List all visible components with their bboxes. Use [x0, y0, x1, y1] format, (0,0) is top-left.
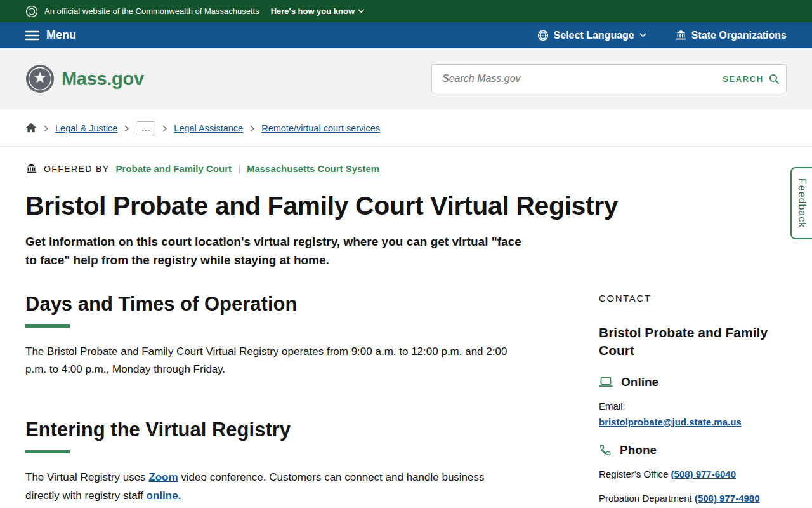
online-link[interactable]: online.	[147, 490, 181, 502]
breadcrumb-home-link[interactable]	[25, 123, 37, 135]
offered-by-links: Probate and Family Court | Massachusetts…	[115, 163, 379, 174]
search-icon	[769, 74, 780, 84]
heres-how-you-know-label: Here's how you know	[271, 6, 355, 16]
contact-court-name: Bristol Probate and Family Court	[599, 324, 787, 360]
email-link[interactable]: bristolprobate@jud.state.ma.us	[599, 417, 742, 427]
bank-building-icon	[25, 163, 37, 174]
content-area: Days and Times of Operation The Bristol …	[0, 270, 812, 506]
breadcrumb-ellipsis-button[interactable]: …	[136, 121, 155, 135]
chevron-down-icon	[639, 33, 646, 37]
contact-online-heading-row: Online	[599, 375, 787, 389]
chevron-down-icon	[358, 9, 365, 13]
home-icon	[25, 123, 37, 133]
offered-by-probate-family-court-link[interactable]: Probate and Family Court	[115, 163, 232, 174]
official-banner-text: An official website of the Commonwealth …	[44, 6, 259, 16]
phone-number-link[interactable]: (508) 977-4980	[695, 493, 760, 504]
phone-label: Probation Department	[599, 493, 692, 504]
offered-by: OFFERED BY Probate and Family Court | Ma…	[25, 163, 787, 174]
email-label: Email:	[599, 401, 787, 411]
zoom-link[interactable]: Zoom	[148, 471, 178, 483]
contact-divider	[599, 311, 787, 311]
chevron-right-icon	[250, 125, 254, 132]
main-content: Days and Times of Operation The Bristol …	[25, 286, 566, 505]
state-organizations-label: State Organizations	[691, 30, 787, 41]
heading-accent-bar	[25, 450, 70, 453]
breadcrumb-remote-virtual-court-services[interactable]: Remote/virtual court services	[261, 123, 380, 133]
government-building-icon	[676, 30, 686, 41]
phone-number-link[interactable]: (508) 977-6040	[671, 469, 736, 479]
page-title: Bristol Probate and Family Court Virtual…	[25, 191, 787, 221]
navbar-utilities: Select Language State Organizations	[537, 30, 787, 41]
search-input[interactable]	[432, 65, 716, 93]
laptop-icon	[599, 377, 613, 388]
offered-by-separator: |	[238, 163, 240, 174]
contact-phone-heading-row: Phone	[599, 443, 787, 457]
globe-icon	[537, 30, 549, 41]
offered-by-ma-court-system-link[interactable]: Massachusetts Court System	[247, 163, 379, 174]
state-organizations-link[interactable]: State Organizations	[676, 30, 787, 41]
chevron-right-icon	[124, 125, 129, 132]
phone-row-probation-department: Probation Department (508) 977-4980	[599, 491, 787, 506]
select-language-button[interactable]: Select Language	[537, 30, 646, 41]
official-banner: An official website of the Commonwealth …	[0, 0, 812, 22]
phone-icon	[599, 444, 612, 457]
entering-text-before: The Virtual Registry uses	[25, 471, 148, 483]
chevron-right-icon	[162, 125, 167, 132]
site-header: Mass.gov SEARCH	[0, 48, 812, 109]
main-navbar: Menu Select Language State Organizations	[0, 22, 812, 48]
state-seal-icon	[25, 5, 38, 18]
page-lede: Get information on this court location's…	[25, 232, 533, 270]
breadcrumb-legal-justice[interactable]: Legal & Justice	[55, 123, 117, 133]
massgov-seal-icon	[25, 64, 55, 93]
menu-label: Menu	[46, 29, 76, 42]
search-button-label: SEARCH	[723, 74, 764, 84]
select-language-label: Select Language	[554, 30, 634, 41]
search-button[interactable]: SEARCH	[716, 65, 786, 93]
heres-how-you-know-button[interactable]: Here's how you know	[271, 6, 365, 16]
contact-sidebar: CONTACT Bristol Probate and Family Court…	[599, 286, 787, 506]
massgov-wordmark: Mass.gov	[62, 69, 144, 90]
offered-by-label: OFFERED BY	[44, 164, 109, 174]
section-body-days-times: The Bristol Probate and Family Court Vir…	[25, 343, 517, 379]
hamburger-icon	[25, 30, 39, 41]
feedback-tab[interactable]: Feedback	[790, 167, 812, 239]
massgov-logo[interactable]: Mass.gov	[25, 64, 144, 93]
breadcrumb-legal-assistance[interactable]: Legal Assistance	[174, 123, 243, 133]
section-heading-entering: Entering the Virtual Registry	[25, 418, 566, 441]
section-heading-days-times: Days and Times of Operation	[25, 293, 566, 316]
section-body-entering: The Virtual Registry uses Zoom video con…	[25, 469, 517, 505]
chevron-right-icon	[44, 125, 48, 132]
heading-accent-bar	[25, 324, 70, 328]
site-search: SEARCH	[431, 64, 787, 93]
phone-label: Register's Office	[599, 469, 668, 479]
menu-button[interactable]: Menu	[25, 29, 76, 42]
phone-row-registers-office: Register's Office (508) 977-6040	[599, 467, 787, 482]
contact-label: CONTACT	[599, 293, 787, 304]
breadcrumb: Legal & Justice … Legal Assistance Remot…	[0, 109, 812, 147]
contact-phone-heading: Phone	[620, 443, 657, 457]
contact-online-heading: Online	[621, 375, 658, 389]
